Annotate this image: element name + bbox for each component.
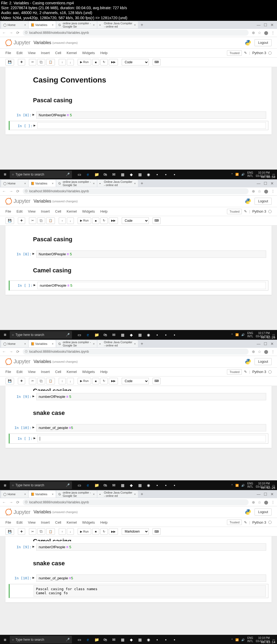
run-cell-icon[interactable]: ▶ bbox=[32, 543, 36, 551]
code-input[interactable] bbox=[37, 122, 266, 129]
network-icon[interactable]: 📶 bbox=[235, 173, 239, 176]
back-button[interactable]: ← bbox=[2, 189, 6, 193]
taskbar-search[interactable]: ○Type here to search🎤 bbox=[10, 481, 72, 489]
tab-google[interactable]: Gonline java compiler - Google Se× bbox=[56, 180, 97, 187]
cell-type-select[interactable]: Markdown bbox=[122, 528, 149, 535]
menu-widgets[interactable]: Widgets bbox=[82, 520, 95, 524]
menu-kernel[interactable]: Kernel bbox=[67, 520, 77, 524]
chrome-icon[interactable]: ◉ bbox=[144, 170, 153, 179]
close-window-button[interactable]: ✕ bbox=[271, 23, 274, 27]
menu-kernel[interactable]: Kernel bbox=[67, 209, 77, 213]
back-button[interactable]: ← bbox=[2, 500, 6, 504]
trusted-badge[interactable]: Trusted bbox=[227, 209, 242, 214]
add-cell-button[interactable]: ✚ bbox=[18, 217, 25, 224]
taskbar-search[interactable]: ○Type here to search🎤 bbox=[10, 171, 72, 178]
jupyter-logo[interactable]: Jupyter bbox=[5, 39, 30, 46]
code-cell-empty[interactable]: In [ ]: ▶ bbox=[9, 121, 268, 130]
menu-kernel[interactable]: Kernel bbox=[67, 51, 77, 55]
close-window-button[interactable]: ✕ bbox=[271, 492, 274, 496]
menu-widgets[interactable]: Widgets bbox=[82, 51, 95, 55]
cell-type-select[interactable]: Code bbox=[122, 217, 149, 224]
minimize-button[interactable]: — bbox=[257, 492, 260, 496]
back-button[interactable]: ← bbox=[2, 349, 6, 354]
mic-icon[interactable]: 🎤 bbox=[66, 173, 70, 176]
paste-button[interactable]: 📋 bbox=[46, 378, 55, 384]
restart-run-all-button[interactable]: ▶▶ bbox=[109, 528, 118, 535]
move-down-button[interactable]: ↓ bbox=[67, 528, 74, 535]
edit-icon[interactable]: ✎ bbox=[244, 520, 247, 524]
run-cell-icon[interactable]: ▶ bbox=[32, 111, 36, 119]
reload-button[interactable]: ⟳ bbox=[16, 31, 19, 35]
code-input[interactable]: number_of_people =5 bbox=[36, 424, 266, 431]
menu-help[interactable]: Help bbox=[100, 209, 108, 213]
mail-icon[interactable]: ✉ bbox=[110, 170, 118, 179]
menu-widgets[interactable]: Widgets bbox=[82, 370, 95, 374]
menu-cell[interactable]: Cell bbox=[55, 370, 61, 374]
run-cell-icon[interactable]: ▶ bbox=[34, 435, 37, 442]
menu-file[interactable]: File bbox=[5, 370, 11, 374]
calculator-icon[interactable]: ▦ bbox=[136, 170, 144, 179]
menu-kernel[interactable]: Kernel bbox=[67, 370, 77, 374]
stop-button[interactable]: ■ bbox=[92, 217, 99, 224]
maximize-button[interactable]: ☐ bbox=[264, 492, 267, 496]
menu-icon[interactable]: ⋮ bbox=[271, 189, 275, 193]
menu-help[interactable]: Help bbox=[100, 51, 108, 55]
menu-file[interactable]: File bbox=[5, 520, 11, 524]
run-cell-icon[interactable]: ▶ bbox=[32, 574, 36, 582]
tab-home[interactable]: ◯Home× bbox=[1, 21, 28, 28]
run-cell-icon[interactable]: ▶ bbox=[34, 282, 37, 289]
forward-button[interactable]: → bbox=[9, 349, 13, 354]
menu-insert[interactable]: Insert bbox=[41, 520, 50, 524]
tab-google[interactable]: Gonline java compiler - Google Se× bbox=[56, 21, 97, 28]
code-input[interactable] bbox=[37, 435, 266, 442]
run-cell-icon[interactable]: ▶ bbox=[32, 250, 36, 258]
code-cell-8[interactable]: In [8]: ▶ NumberOfPeople = 5 bbox=[9, 249, 268, 259]
menu-view[interactable]: View bbox=[28, 370, 35, 374]
menu-help[interactable]: Help bbox=[100, 520, 108, 524]
tab-variables[interactable]: 📙Variables× bbox=[29, 340, 56, 347]
code-cell-empty[interactable]: In [ ]: ▶ numberOfPeople = 5 bbox=[9, 280, 268, 290]
edit-icon[interactable]: ✎ bbox=[244, 209, 247, 213]
forward-button[interactable]: → bbox=[9, 31, 13, 35]
code-input[interactable]: numberOfPeople = 5 bbox=[37, 282, 266, 289]
code-cell-8[interactable]: In [8]: ▶ NumberOfPeople = 5 bbox=[9, 110, 268, 120]
cut-button[interactable]: ✂ bbox=[29, 378, 36, 384]
stop-button[interactable]: ■ bbox=[92, 378, 99, 384]
run-button[interactable]: ▶ Run bbox=[78, 59, 91, 65]
copy-button[interactable]: ⿻ bbox=[37, 528, 45, 535]
move-up-button[interactable]: ↑ bbox=[59, 217, 66, 224]
maximize-button[interactable]: ☐ bbox=[264, 342, 267, 346]
cell-type-select[interactable]: Code bbox=[122, 59, 149, 65]
paste-button[interactable]: 📋 bbox=[46, 59, 55, 65]
trusted-badge[interactable]: Trusted bbox=[227, 50, 242, 56]
code-cell-10[interactable]: In [10]: ▶ number_of_people =5 bbox=[9, 573, 268, 583]
start-button[interactable]: ⊞ bbox=[0, 480, 10, 490]
add-cell-button[interactable]: ✚ bbox=[18, 378, 25, 384]
back-button[interactable]: ← bbox=[2, 31, 6, 35]
mail-icon[interactable]: ✉ bbox=[110, 331, 118, 339]
jupyter-logo[interactable]: Jupyter bbox=[5, 198, 30, 204]
edge-icon[interactable]: e bbox=[84, 170, 92, 179]
menu-cell[interactable]: Cell bbox=[55, 51, 61, 55]
save-button[interactable]: 💾 bbox=[5, 378, 14, 384]
start-button[interactable]: ⊞ bbox=[0, 330, 10, 340]
terminal-icon[interactable]: ▪ bbox=[153, 170, 161, 179]
cut-button[interactable]: ✂ bbox=[29, 528, 36, 535]
run-button[interactable]: ▶ Run bbox=[78, 528, 91, 535]
reload-button[interactable]: ⟳ bbox=[16, 500, 19, 504]
restart-run-all-button[interactable]: ▶▶ bbox=[109, 59, 118, 65]
forward-button[interactable]: → bbox=[9, 500, 13, 504]
command-palette-button[interactable]: ⌨ bbox=[153, 528, 161, 535]
explorer-icon[interactable]: 📁 bbox=[93, 170, 101, 179]
run-button[interactable]: ▶ Run bbox=[78, 378, 91, 384]
kernel-name[interactable]: Python 3 bbox=[252, 209, 266, 213]
move-down-button[interactable]: ↓ bbox=[67, 217, 74, 224]
kernel-name[interactable]: Python 3 bbox=[252, 51, 266, 55]
url-input[interactable]: ⓘlocalhost:8888/notebooks/Variables.ipyn… bbox=[23, 188, 249, 194]
tab-home[interactable]: ◯Home× bbox=[1, 340, 28, 347]
restart-button[interactable]: ↻ bbox=[100, 217, 108, 224]
code-input[interactable]: numberOfPeople = 5 bbox=[36, 543, 266, 551]
tab-home[interactable]: ◯Home× bbox=[1, 491, 28, 498]
save-button[interactable]: 💾 bbox=[5, 217, 14, 224]
app-icon[interactable]: ▦ bbox=[118, 170, 127, 179]
